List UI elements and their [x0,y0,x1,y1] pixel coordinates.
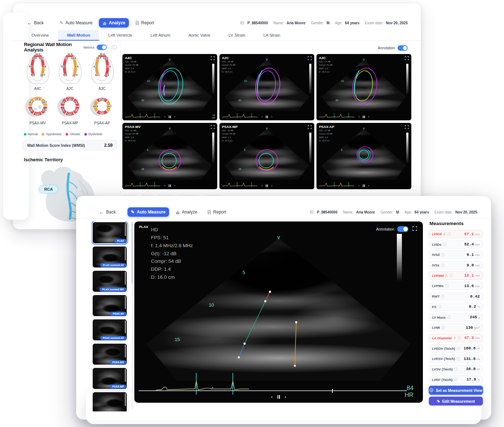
thumbnail-plax-zoomed-av[interactable]: PLAX zoomed AV [92,246,127,268]
back-button[interactable]: ← Back [95,207,119,217]
fullscreen-icon[interactable] [211,125,215,129]
next-frame-icon[interactable]: › [271,184,272,187]
tab-overview[interactable]: Overview [22,30,58,41]
fullscreen-icon[interactable] [308,56,312,60]
measurement-row-lvedv-teich[interactable]: LVEDV (Teich)i160.6ml [429,344,483,353]
pause-icon[interactable] [277,395,280,399]
tab-left-atrium[interactable]: Left Atrium [142,30,180,41]
annotation-toggle[interactable] [397,226,408,232]
info-icon[interactable]: i [458,336,461,340]
analyze-button[interactable]: Analyze [172,207,201,217]
fullscreen-icon[interactable] [405,56,409,60]
info-icon[interactable]: i [449,274,453,277]
info-icon[interactable]: i [441,253,445,257]
measurement-row-lvmi[interactable]: LVMIi130g/m² [429,323,483,332]
info-icon[interactable]: i [447,232,451,236]
pause-icon[interactable] [169,116,171,118]
prev-frame-icon[interactable]: ‹ [358,115,360,119]
wm-diagram-a3c[interactable]: 12.314.713.34.17.411.18.2A3C [87,51,117,91]
next-frame-icon[interactable]: › [368,184,369,187]
prev-frame-icon[interactable]: ‹ [261,184,262,187]
auto-measure-button[interactable]: ✎ Auto Measure [56,18,96,28]
fullscreen-icon[interactable] [308,125,312,129]
info-icon[interactable]: i [454,367,458,371]
info-icon[interactable]: i [457,347,460,350]
wm-diagram-psax-ap[interactable]: 13.314.77.210.9PSAX-AP [87,94,117,125]
ultrasound-view-psax-ap[interactable]: PSAX-APG(t): -17 dBCompr: 54 dBDDP: 1.4D… [316,123,411,189]
measurement-row-lvpws[interactable]: LVPWsi13.6mm [429,282,483,290]
wm-diagram-psax-mv[interactable]: 10.310.711.19.46.98.2PSAX-MV [22,94,53,125]
measurement-row-lvids[interactable]: LVIDsi52.4mm [429,240,483,249]
info-icon[interactable]: i [441,295,445,298]
prev-frame-icon[interactable]: ‹ [164,115,165,119]
measurement-row-ivsd[interactable]: IVSdi9.1mm [429,250,483,259]
fullscreen-icon[interactable] [412,226,417,231]
playback-controls[interactable]: ‹› [164,184,175,187]
collapse-panel-icon[interactable] [112,45,117,49]
set-measurement-view-button[interactable]: Set as Measurement View [429,386,483,395]
playback-controls[interactable]: ‹› [358,115,369,119]
prev-frame-icon[interactable]: ‹ [164,184,165,187]
pause-icon[interactable] [363,185,365,187]
thumbnail-psax-av[interactable]: PSAX-AV [92,294,127,317]
tab-left-ventricle[interactable]: Left Ventricle [99,30,141,41]
ultrasound-view-a4c[interactable]: A4CG(t): -15 dBCompr: 51 dBDDP: 1.4D: 20… [122,54,217,120]
fullscreen-icon[interactable] [211,56,215,60]
info-icon[interactable]: i [438,305,441,308]
tab-wall-motion[interactable]: Wall Motion [58,30,99,41]
tab-la-strain[interactable]: LA Strain [254,30,289,41]
thumbnail-psax-zoomed-av[interactable]: PSAX zoomed AV [92,319,127,341]
edit-measurement-button[interactable]: ✎ Edit Measurement [429,397,483,406]
metrics-toggle[interactable] [97,45,107,50]
playback-controls[interactable]: ‹› [261,184,272,187]
fullscreen-icon[interactable] [405,125,409,129]
measurement-row-lvesv-teich[interactable]: LVESV (Teich)i131.8ml [429,355,483,363]
info-icon[interactable]: i [441,264,445,267]
thumbnail-scrollbar[interactable] [131,222,133,409]
playback-controls[interactable]: ‹› [164,115,175,119]
info-icon[interactable]: i [441,326,445,329]
next-frame-icon[interactable]: › [271,115,272,119]
measurement-row-la-diameter[interactable]: LA Diameter⚠i47.3mm [429,334,483,342]
tab-lv-strain[interactable]: LV Strain [219,30,254,41]
next-frame-icon[interactable]: › [368,115,369,119]
info-icon[interactable]: i [454,378,458,381]
pause-icon[interactable] [266,185,268,187]
cine-timeline[interactable] [139,390,407,391]
wm-diagram-a4c[interactable]: 12.310.914.75.66.68.910.7A4C [22,51,53,91]
thumbnail-item-8[interactable] [92,391,127,411]
report-button[interactable]: Report [204,207,230,217]
info-icon[interactable]: i [443,242,446,246]
annotation-toggle[interactable] [398,45,408,51]
playback-controls[interactable]: ‹› [358,184,369,187]
tab-aortic-valve[interactable]: Aortic Valve [179,30,219,41]
playback-controls[interactable]: ‹› [261,115,272,119]
pause-icon[interactable] [169,185,171,187]
wm-diagram-psax-mp[interactable]: 6.56.64.15.55.67.4PSAX-MP [55,94,85,125]
rca-territory-badge[interactable]: RCA [39,185,58,193]
ultrasound-view-psax-mp[interactable]: PSAX-MPG(t): -12 dBCompr: 54 dBDDP: 1.4D… [219,123,314,189]
report-button[interactable]: Report [132,18,158,28]
prev-frame-icon[interactable]: ‹ [358,184,360,187]
prev-frame-icon[interactable]: ‹ [271,394,273,399]
measurement-row-rwt[interactable]: RWTi0.42 [429,292,483,300]
next-frame-icon[interactable]: › [174,184,175,187]
measurement-row-ivss[interactable]: IVSsi9.8mm [429,261,483,269]
pause-icon[interactable] [363,116,365,118]
thumbnail-psax-mv[interactable]: PSAX-MV [92,343,127,365]
info-icon[interactable]: i [457,357,460,361]
ultrasound-view-psax-mv[interactable]: PSAX-MVG(t): -11 dBCompr: 54 dBDDP: 1.4D… [122,123,217,189]
ultrasound-view-a2c[interactable]: A2CG(t): -19 dBCompr: 51 dBDDP: 1.4D: 19… [219,54,314,120]
measurement-row-lvsv-teich[interactable]: LVSV (Teich)i28.8ml [429,365,483,373]
info-icon[interactable]: i [447,315,451,319]
thumbnail-plax[interactable]: PLAX [92,221,127,244]
next-frame-icon[interactable]: › [285,394,286,399]
measurement-row-lv-mass[interactable]: LV Massi245g [429,313,483,322]
thumbnail-psax-mp[interactable]: PSAX-MP [92,367,127,390]
playback-controls[interactable]: ‹ › [271,394,286,399]
measurement-row-lvidd[interactable]: LVIDd⚠i57.1mm [429,230,483,238]
back-button[interactable]: ← Back [23,18,47,28]
main-ultrasound-view[interactable]: PLAX HDFPS: 51f: 1.4 MHz/2.8 MHzG(t): -1… [134,221,423,403]
measurement-row-lvef-teich[interactable]: LVEF (Teich)i17.9% [429,376,483,384]
info-icon[interactable]: i [445,284,449,288]
